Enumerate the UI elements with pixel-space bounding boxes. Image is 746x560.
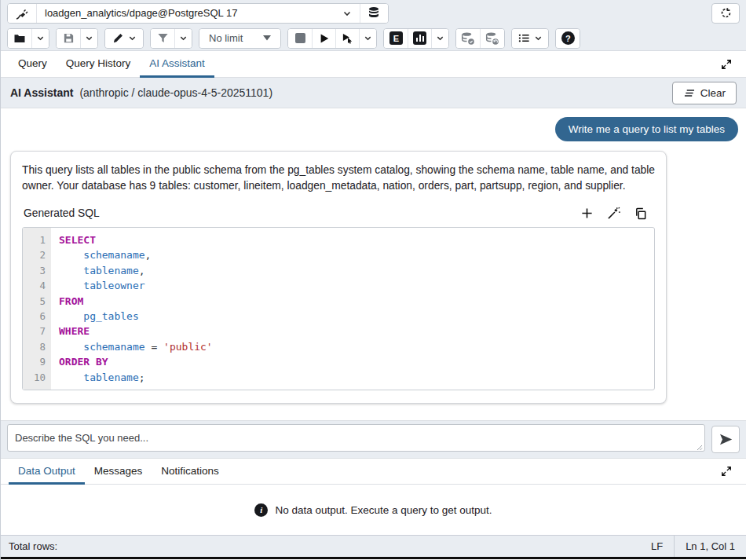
line-number: 1	[23, 232, 51, 247]
connection-select[interactable]: loadgen_analytics/dpage@PostgreSQL 17	[36, 4, 360, 23]
total-rows-label: Total rows:	[9, 536, 68, 557]
chevron-down-icon	[85, 34, 93, 42]
caret-down-icon	[263, 35, 271, 41]
row-limit-select[interactable]: No limit	[199, 29, 280, 48]
database-commit-icon	[461, 31, 475, 46]
execute-group	[287, 28, 377, 49]
assistant-response-card: This query lists all tables in the publi…	[10, 151, 667, 404]
explain-icon: E	[389, 31, 403, 45]
query-toolbar: No limit	[1, 26, 746, 51]
query-tool-window: loadgen_analytics/dpage@PostgreSQL 17	[0, 0, 746, 560]
prompt-input[interactable]	[7, 424, 705, 452]
tab-messages-label: Messages	[94, 465, 143, 477]
connection-bar: loadgen_analytics/dpage@PostgreSQL 17	[1, 0, 746, 26]
info-icon: i	[254, 503, 268, 517]
output-tabbar: Data Output Messages Notifications	[1, 458, 746, 485]
chevron-down-icon	[436, 34, 444, 42]
magic-wand-icon	[607, 207, 620, 220]
line-number: 4	[23, 278, 51, 293]
empty-output-text: No data output. Execute a query to get o…	[275, 504, 492, 516]
explain-analyze-chart-icon	[413, 31, 426, 45]
transaction-group	[455, 28, 505, 49]
insert-sql-button[interactable]	[581, 207, 593, 219]
execute-button[interactable]	[312, 29, 335, 48]
tab-notifications-label: Notifications	[161, 465, 219, 477]
code-line: schemaname,	[59, 247, 654, 262]
expand-output-button[interactable]	[715, 459, 738, 484]
tab-data-output[interactable]: Data Output	[9, 459, 85, 485]
tab-query-label: Query	[18, 57, 47, 69]
filter-group	[150, 28, 192, 49]
database-rollback-icon	[485, 31, 499, 46]
replace-sql-button[interactable]	[607, 207, 620, 220]
explain-menu-button[interactable]	[431, 29, 448, 48]
line-ending-indicator[interactable]: LF	[640, 536, 674, 557]
code-line: SELECT	[59, 232, 654, 247]
database-icon	[368, 6, 381, 20]
line-number: 5	[23, 294, 51, 309]
code-line: FROM	[59, 294, 654, 309]
tab-query-history-label: Query History	[66, 57, 131, 69]
pencil-icon	[112, 32, 124, 44]
query-tool-plug-button[interactable]	[8, 4, 36, 23]
clear-chat-label: Clear	[700, 87, 726, 99]
expand-diagonal-icon	[721, 466, 732, 477]
execute-menu-button[interactable]	[359, 29, 376, 48]
filter-button[interactable]	[151, 29, 174, 48]
ai-assistant-model: (anthropic / claude-opus-4-5-20251101)	[79, 86, 272, 99]
expand-diagonal-icon	[721, 59, 732, 70]
ai-assistant-title: AI Assistant	[10, 86, 73, 99]
refresh-icon	[720, 7, 732, 19]
cursor-position-indicator[interactable]: Ln 1, Col 1	[675, 536, 746, 557]
limit-group: No limit	[199, 28, 281, 49]
play-cursor-icon	[342, 32, 353, 44]
edit-button[interactable]	[105, 29, 143, 48]
tab-messages[interactable]: Messages	[85, 459, 152, 485]
send-prompt-button[interactable]	[711, 426, 740, 453]
chat-area: Write me a query to list my tables This …	[1, 108, 746, 420]
clear-chat-button[interactable]: Clear	[672, 82, 737, 104]
filter-menu-button[interactable]	[174, 29, 192, 48]
plus-icon	[581, 207, 593, 219]
explain-analyze-button[interactable]	[408, 29, 431, 48]
line-number: 10	[23, 370, 51, 385]
sql-editor[interactable]: 12345678910 SELECT schemaname, tablename…	[22, 227, 655, 390]
generated-sql-label: Generated SQL	[24, 207, 100, 219]
macros-button[interactable]	[512, 29, 548, 48]
save-menu-button[interactable]	[80, 29, 97, 48]
open-file-menu-button[interactable]	[31, 29, 49, 48]
stop-icon	[295, 33, 305, 43]
code-line: tablename;	[59, 370, 654, 385]
expand-panel-button[interactable]	[715, 51, 738, 77]
line-number: 8	[23, 339, 51, 354]
help-group: ?	[555, 28, 580, 49]
explain-group: E	[383, 28, 449, 49]
save-button[interactable]	[57, 29, 80, 48]
rollback-button[interactable]	[480, 29, 504, 48]
ai-assistant-header: AI Assistant (anthropic / claude-opus-4-…	[1, 78, 746, 108]
tab-notifications[interactable]: Notifications	[152, 459, 229, 485]
open-file-button[interactable]	[8, 29, 31, 48]
help-button[interactable]: ?	[556, 29, 580, 48]
stop-button[interactable]	[288, 29, 312, 48]
filter-icon	[157, 32, 169, 44]
new-connection-button[interactable]	[360, 4, 388, 23]
tab-ai-assistant[interactable]: AI Assistant	[140, 51, 214, 78]
help-icon: ?	[561, 31, 575, 45]
execute-script-button[interactable]	[335, 29, 359, 48]
code-line: WHERE	[59, 324, 654, 339]
code-line: tableowner	[59, 278, 654, 293]
connection-select-value: loadgen_analytics/dpage@PostgreSQL 17	[45, 7, 237, 19]
commit-button[interactable]	[456, 29, 480, 48]
tab-query[interactable]: Query	[9, 51, 57, 78]
explain-button[interactable]: E	[384, 29, 408, 48]
code-line: tablename,	[59, 263, 654, 278]
copy-sql-button[interactable]	[634, 207, 647, 220]
sql-code: SELECT schemaname, tablename, tableowner…	[51, 228, 654, 390]
line-number: 7	[23, 324, 51, 339]
sql-gutter: 12345678910	[23, 228, 51, 390]
refresh-layout-button[interactable]	[711, 3, 740, 24]
line-number: 6	[23, 309, 51, 324]
tab-query-history[interactable]: Query History	[57, 51, 141, 78]
list-icon	[518, 32, 530, 44]
